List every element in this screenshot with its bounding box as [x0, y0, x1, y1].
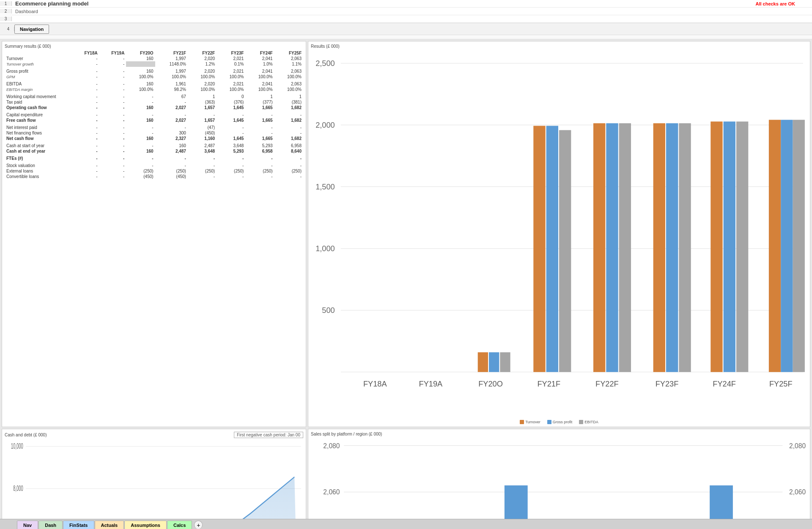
th-fy19a: FY19A: [99, 50, 126, 56]
cell-4-3: 100.0%: [155, 74, 188, 79]
row-label-4: GPM: [5, 74, 72, 79]
svg-rect-17: [533, 126, 545, 372]
tab-actuals[interactable]: Actuals: [95, 521, 124, 529]
cell-18-0: -: [72, 136, 99, 141]
cell-0-3: 1,997: [155, 56, 188, 61]
cell-27-4: -: [188, 174, 217, 179]
svg-rect-35: [793, 120, 805, 372]
cell-16-5: -: [217, 125, 245, 130]
add-sheet-button[interactable]: +: [194, 521, 203, 529]
cell-16-1: -: [99, 125, 126, 130]
bar-group-fy20o: FY20O: [478, 352, 510, 388]
cell-4-1: -: [99, 74, 126, 79]
cell-26-6: (250): [245, 168, 274, 174]
tab-calcs[interactable]: Calcs: [167, 521, 192, 529]
th-fy18a: FY18A: [72, 50, 99, 56]
cell-13-2: -: [126, 112, 155, 118]
cell-21-6: 6,958: [245, 148, 274, 154]
cell-25-0: -: [72, 163, 99, 168]
sales-bar-fy25f: [710, 485, 733, 519]
cell-14-6: 1,665: [245, 118, 274, 123]
title-area: 1 Ecommerce planning model All checks ar…: [0, 0, 812, 23]
summary-row-6: EBITDA--1601,9612,0202,0212,0412,063: [5, 81, 303, 87]
cell-11-2: 160: [126, 105, 155, 110]
cell-23-3: -: [155, 156, 188, 161]
tab-nav[interactable]: Nav: [17, 521, 38, 529]
cell-17-2: -: [126, 130, 155, 136]
cell-20-5: 3,648: [217, 143, 245, 148]
cell-13-4: -: [188, 112, 217, 118]
summary-row-7: EBITDA margin--100.0%98.2%100.0%100.0%10…: [5, 87, 303, 92]
tab-assumptions[interactable]: Assumptions: [124, 521, 167, 529]
cell-10-4: (363): [188, 99, 217, 105]
cell-11-7: 1,682: [274, 105, 303, 110]
cell-27-6: -: [245, 174, 274, 179]
legend-ebitda: EBITDA: [579, 420, 598, 424]
cash-chart-container: 10,000 8,000 6,000 4,000 2,000 (2,000): [5, 439, 303, 519]
cash-line-chart: 10,000 8,000 6,000 4,000 2,000 (2,000): [5, 439, 303, 519]
cell-18-3: 2,327: [155, 136, 188, 141]
row-label-3: Gross profit: [5, 69, 72, 74]
cell-0-0: -: [72, 56, 99, 61]
th-fy23f: FY23F: [217, 50, 245, 56]
cell-13-0: -: [72, 112, 99, 118]
row-label-1: Turnover growth: [5, 61, 72, 67]
cell-1-3: 1148.0%: [155, 61, 188, 67]
bottom-dashboard-row: Cash and debt (£ 000) First negative cas…: [2, 429, 810, 519]
cash-title: Cash and debt (£ 000): [5, 433, 47, 437]
cell-17-7: -: [274, 130, 303, 136]
tab-dash[interactable]: Dash: [38, 521, 63, 529]
cell-16-2: -: [126, 125, 155, 130]
svg-text:2,080: 2,080: [789, 442, 806, 450]
svg-rect-18: [546, 126, 558, 372]
cell-9-5: 0: [217, 94, 245, 99]
th-label: [5, 50, 72, 56]
cell-1-2: [126, 61, 155, 67]
cell-6-6: 2,041: [245, 81, 274, 87]
cell-11-4: 1,657: [188, 105, 217, 110]
summary-row-3: Gross profit--1601,9972,0202,0212,0412,0…: [5, 69, 303, 74]
cell-23-6: -: [245, 156, 274, 161]
cell-27-0: -: [72, 174, 99, 179]
cell-4-0: -: [72, 74, 99, 79]
summary-title: Summary results (£ 000): [5, 44, 303, 49]
summary-row-26: External loans--(250)(250)(250)(250)(250…: [5, 168, 303, 174]
cell-20-7: 6,958: [274, 143, 303, 148]
cell-1-0: -: [72, 61, 99, 67]
bar-group-fy24f: FY24F: [710, 121, 748, 388]
cell-23-5: -: [217, 156, 245, 161]
summary-row-14: Free cash flow--1602,0271,6571,6451,6651…: [5, 118, 303, 123]
cell-7-4: 100.0%: [188, 87, 217, 92]
tab-finstats[interactable]: FinStats: [63, 521, 94, 529]
cell-25-4: -: [188, 163, 217, 168]
summary-row-16: Net interest paid----(47)---: [5, 125, 303, 130]
navigation-button[interactable]: Navigation: [14, 25, 49, 34]
svg-text:FY18A: FY18A: [363, 379, 387, 388]
cell-11-3: 2,027: [155, 105, 188, 110]
cell-23-4: -: [188, 156, 217, 161]
cell-21-4: 3,648: [188, 148, 217, 154]
summary-row-13: Capital expenditure--------: [5, 112, 303, 118]
row-num-2: 2: [0, 9, 12, 14]
cell-27-3: (450): [155, 174, 188, 179]
cell-25-6: -: [245, 163, 274, 168]
app-title: Ecommerce planning model: [12, 0, 88, 7]
cell-16-4: (47): [188, 125, 217, 130]
row-num-1: 1: [0, 1, 12, 6]
summary-row-27: Convertible loans--(450)(450)----: [5, 174, 303, 179]
cell-9-3: 67: [155, 94, 188, 99]
summary-row-23: FTEs (#)--------: [5, 156, 303, 161]
cell-14-4: 1,657: [188, 118, 217, 123]
cell-6-3: 1,961: [155, 81, 188, 87]
svg-text:2,080: 2,080: [323, 442, 340, 450]
cell-7-3: 98.2%: [155, 87, 188, 92]
sales-bar-chart: 2,080 2,060 2,040 2,020 2,000 1,980 2,08…: [311, 438, 807, 519]
summary-row-17: Net financing flows---300(450)---: [5, 130, 303, 136]
cell-13-7: -: [274, 112, 303, 118]
cell-1-1: -: [99, 61, 126, 67]
svg-rect-13: [478, 352, 488, 372]
th-fy24f: FY24F: [245, 50, 274, 56]
row-label-18: Net cash flow: [5, 136, 72, 141]
summary-row-0: Turnover--1601,9972,0202,0212,0412,063: [5, 56, 303, 61]
summary-row-25: Stock valuation--------: [5, 163, 303, 168]
